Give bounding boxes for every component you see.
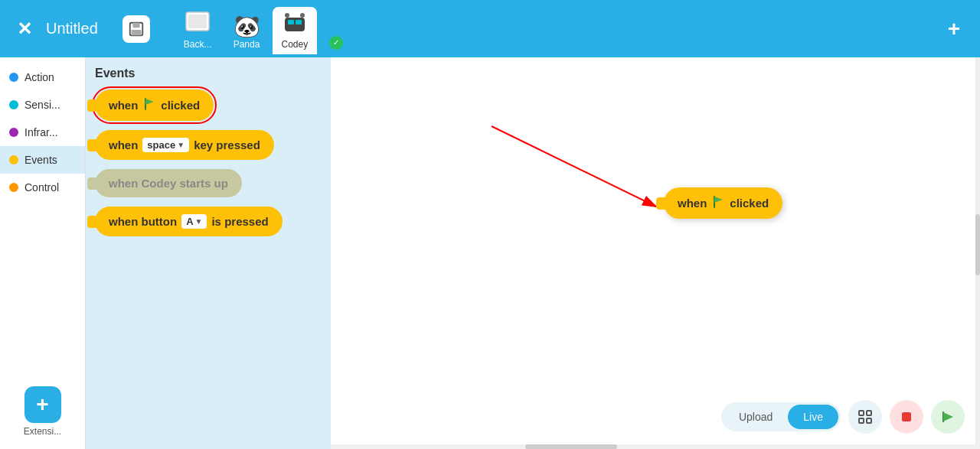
svg-rect-6: [288, 20, 294, 24]
svg-rect-5: [285, 18, 305, 31]
sensing-dot: [9, 100, 18, 109]
blocks-panel: Events when clicked when space ▼: [86, 57, 331, 449]
close-button[interactable]: ✕: [12, 18, 37, 40]
flag-icon: [142, 97, 156, 113]
svg-rect-17: [867, 411, 871, 415]
svg-rect-7: [296, 20, 302, 24]
button-dropdown[interactable]: A ▼: [181, 214, 207, 229]
svg-rect-1: [132, 22, 139, 27]
bluetooth-connected-dot: ✓: [329, 36, 343, 50]
svg-point-9: [300, 13, 305, 18]
bottom-controls: Upload Live: [721, 400, 965, 434]
sidebar-label-infrared: Infrar...: [24, 126, 58, 138]
svg-rect-4: [188, 15, 207, 28]
extension-button[interactable]: + Extensi...: [0, 380, 85, 443]
block-ispressed-label: is pressed: [211, 215, 268, 228]
dropdown-arrow2-icon: ▼: [195, 217, 203, 226]
sidebar-item-sensing[interactable]: Sensi...: [0, 91, 85, 119]
sidebar-item-control[interactable]: Control: [0, 174, 85, 201]
svg-rect-2: [131, 29, 141, 34]
sidebar: Action Sensi... Infrar... Events Control…: [0, 57, 86, 449]
tab-codey[interactable]: Codey: [273, 7, 318, 54]
main-layout: Action Sensi... Infrar... Events Control…: [0, 57, 980, 449]
svg-marker-15: [714, 197, 723, 203]
sidebar-label-sensing: Sensi...: [24, 99, 60, 111]
svg-rect-19: [867, 418, 871, 423]
extension-label: Extensi...: [24, 426, 61, 437]
svg-marker-11: [145, 99, 154, 105]
block-when-button-pressed[interactable]: when button A ▼ is pressed: [95, 207, 322, 236]
header: ✕ Untitled Back... 🐼 Panda: [0, 0, 980, 57]
tab-panda-label: Panda: [234, 39, 260, 50]
svg-point-8: [285, 13, 289, 18]
sidebar-item-events[interactable]: Events: [0, 146, 85, 174]
canvas-flag-icon: [711, 195, 725, 211]
block-codey-starts-label: when Codey starts up: [109, 177, 228, 190]
action-dot: [9, 73, 18, 82]
sidebar-item-infrared[interactable]: Infrar...: [0, 119, 85, 146]
sidebar-item-action[interactable]: Action: [0, 63, 85, 91]
hscrollbar-thumb[interactable]: [525, 444, 617, 449]
hscrollbar-track: [331, 444, 980, 449]
scrollbar-track: [975, 57, 980, 449]
space-dropdown[interactable]: space ▼: [142, 138, 189, 152]
infrared-dot: [9, 128, 18, 137]
tab-backdrop[interactable]: Back...: [175, 4, 221, 54]
sidebar-label-control: Control: [24, 181, 59, 194]
events-dot: [9, 155, 18, 164]
svg-marker-22: [943, 412, 953, 421]
canvas-block-when-label: when: [678, 197, 707, 210]
svg-line-13: [492, 126, 656, 207]
block-clicked-label: clicked: [161, 99, 200, 112]
upload-live-toggle: Upload Live: [721, 402, 841, 431]
tab-backdrop-label: Back...: [184, 39, 212, 50]
page-title: Untitled: [46, 20, 98, 37]
control-dot: [9, 183, 18, 192]
svg-rect-20: [902, 412, 911, 421]
add-button[interactable]: +: [940, 17, 968, 41]
drag-arrow: [331, 57, 980, 449]
svg-rect-18: [859, 418, 864, 423]
save-button[interactable]: [122, 15, 150, 43]
scrollbar-thumb[interactable]: [975, 214, 980, 275]
canvas-block-clicked-label: clicked: [730, 197, 769, 210]
block-when-label: when: [109, 99, 138, 112]
tab-panda[interactable]: 🐼 Panda: [224, 11, 270, 54]
device-tabs: Back... 🐼 Panda Codey ✓: [175, 4, 352, 54]
svg-rect-16: [859, 411, 864, 415]
canvas-block-when-clicked[interactable]: when clicked: [664, 187, 782, 219]
block-when-key-pressed[interactable]: when space ▼ key pressed: [95, 130, 322, 160]
block-when2-label: when: [109, 138, 138, 151]
canvas: when clicked Upload Live: [331, 57, 980, 449]
tab-codey-label: Codey: [282, 39, 309, 50]
live-button[interactable]: Live: [788, 405, 838, 429]
blocks-panel-title: Events: [95, 67, 322, 80]
play-button[interactable]: [931, 400, 965, 434]
block-when3-label: when button: [109, 215, 177, 228]
fullscreen-button[interactable]: [848, 400, 882, 434]
upload-button[interactable]: Upload: [724, 405, 788, 429]
block-when-codey-starts[interactable]: when Codey starts up: [95, 169, 322, 197]
dropdown-arrow-icon: ▼: [177, 141, 185, 149]
block-keypressed-label: key pressed: [194, 138, 260, 151]
sidebar-label-events: Events: [24, 154, 57, 166]
tab-bluetooth[interactable]: ✓: [320, 31, 352, 54]
block-when-clicked[interactable]: when clicked: [95, 89, 322, 121]
stop-button[interactable]: [890, 400, 923, 434]
sidebar-label-action: Action: [24, 71, 54, 83]
